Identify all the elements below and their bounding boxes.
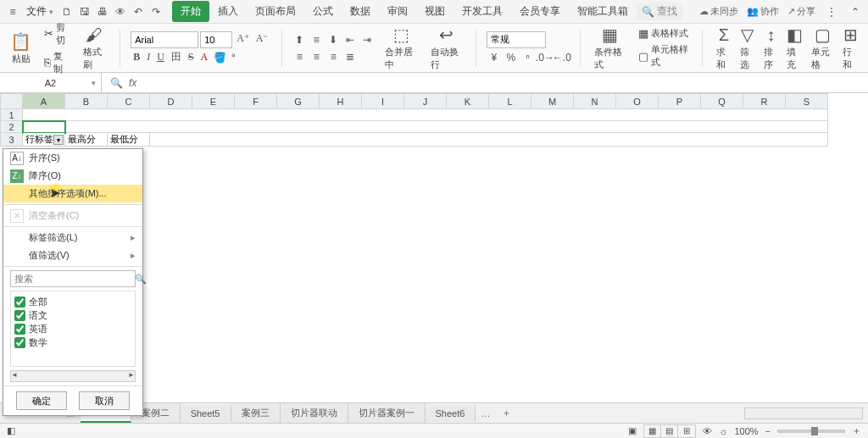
tab-dev[interactable]: 开发工具 bbox=[453, 1, 511, 22]
view-break-icon[interactable]: ⊞ bbox=[678, 425, 695, 437]
justify-icon[interactable]: ≣ bbox=[342, 49, 358, 64]
underline-icon[interactable]: U bbox=[154, 50, 167, 65]
col-header-l[interactable]: L bbox=[489, 94, 531, 109]
save-icon[interactable]: 🖫 bbox=[77, 4, 92, 19]
increase-font-icon[interactable]: A⁺ bbox=[234, 31, 252, 47]
fill-color-icon[interactable]: 🪣 bbox=[212, 50, 227, 65]
copy-button[interactable]: ⎘复制 bbox=[42, 49, 73, 76]
cell-style-button[interactable]: ▢单元格样式 bbox=[636, 42, 692, 69]
filter-search[interactable]: 🔍 bbox=[10, 270, 136, 287]
col-header-d[interactable]: D bbox=[150, 94, 192, 109]
expand-icon[interactable]: ⌃ bbox=[848, 4, 863, 19]
sheet-hscroll[interactable] bbox=[744, 408, 863, 419]
comma-icon[interactable]: ⁿ bbox=[520, 50, 536, 65]
filter-check-all[interactable]: 全部 bbox=[14, 295, 131, 308]
col-header-c[interactable]: C bbox=[108, 94, 150, 109]
cell-b3[interactable]: 最高分 bbox=[65, 133, 108, 147]
view-normal-icon[interactable]: ▦ bbox=[644, 425, 661, 437]
more-icon[interactable]: ⋮ bbox=[824, 4, 839, 19]
cell-a2[interactable] bbox=[23, 121, 65, 133]
new-icon[interactable]: 🗋 bbox=[59, 4, 75, 19]
col-header-e[interactable]: E bbox=[192, 94, 235, 109]
focus-icon[interactable]: ☼ bbox=[719, 426, 727, 436]
filter-hscroll[interactable] bbox=[10, 370, 136, 382]
font-name-input[interactable] bbox=[131, 31, 198, 48]
sheet-tab-5[interactable]: 切片器案例一 bbox=[348, 403, 426, 423]
col-header-a[interactable]: A bbox=[23, 94, 65, 109]
cell-c3[interactable]: 最低分 bbox=[108, 133, 150, 147]
col-header-i[interactable]: I bbox=[362, 94, 404, 109]
fill-button[interactable]: ◧填充 bbox=[783, 23, 806, 73]
filter-ok-button[interactable]: 确定 bbox=[16, 391, 67, 410]
preview-icon[interactable]: 👁 bbox=[113, 4, 128, 19]
tab-member[interactable]: 会员专享 bbox=[511, 1, 569, 22]
merge-button[interactable]: ⬚合并居中 bbox=[381, 23, 420, 73]
col-header-o[interactable]: O bbox=[616, 94, 659, 109]
filter-search-input[interactable] bbox=[14, 274, 131, 284]
decrease-font-icon[interactable]: A⁻ bbox=[253, 31, 271, 47]
col-header-j[interactable]: J bbox=[404, 94, 447, 109]
indent-inc-icon[interactable]: ⇥ bbox=[359, 32, 375, 47]
currency-icon[interactable]: ¥ bbox=[487, 50, 502, 65]
spreadsheet[interactable]: A B C D E F G H I J K L M N O P Q R S 1 … bbox=[0, 93, 828, 147]
select-all-corner[interactable] bbox=[1, 94, 23, 109]
cond-format-button[interactable]: ▦条件格式 bbox=[591, 23, 629, 73]
sum-button[interactable]: Σ求和 bbox=[713, 24, 735, 73]
tab-layout[interactable]: 页面布局 bbox=[247, 1, 304, 22]
col-header-p[interactable]: P bbox=[659, 94, 701, 109]
zoom-in-icon[interactable]: ＋ bbox=[852, 424, 861, 437]
table-style-button[interactable]: ▦表格样式 bbox=[636, 26, 691, 41]
fx-icon[interactable]: fx bbox=[129, 77, 136, 89]
phonetic-icon[interactable]: ᵃ bbox=[229, 50, 238, 65]
align-bot-icon[interactable]: ⬇ bbox=[326, 32, 341, 47]
rowcol-button[interactable]: ⊞行和 bbox=[839, 23, 861, 73]
number-format-select[interactable] bbox=[487, 31, 546, 48]
strike-icon[interactable]: S bbox=[186, 50, 197, 65]
undo-icon[interactable]: ↶ bbox=[131, 4, 146, 19]
filter-check-2[interactable]: 数学 bbox=[14, 335, 131, 349]
col-header-s[interactable]: S bbox=[786, 94, 828, 109]
col-header-g[interactable]: G bbox=[277, 94, 320, 109]
col-header-m[interactable]: M bbox=[531, 94, 574, 109]
row-header-3[interactable]: 3 bbox=[1, 133, 23, 147]
indent-dec-icon[interactable]: ⇤ bbox=[342, 32, 358, 47]
sheet-add-button[interactable]: ＋ bbox=[495, 407, 518, 419]
label-filter-item[interactable]: 标签筛选(L) ▸ bbox=[3, 229, 142, 247]
formula-area[interactable]: 🔍 fx bbox=[102, 75, 868, 91]
align-mid-icon[interactable]: ≡ bbox=[309, 32, 324, 47]
sync-status[interactable]: ☁ 未同步 bbox=[699, 5, 738, 18]
bold-icon[interactable]: B bbox=[131, 50, 142, 65]
menu-icon[interactable]: ≡ bbox=[5, 4, 20, 19]
format-painter-button[interactable]: 🖌格式刷 bbox=[80, 24, 110, 73]
tab-view[interactable]: 视图 bbox=[416, 1, 453, 22]
cell-button[interactable]: ▢单元格 bbox=[808, 23, 837, 73]
share-button[interactable]: ↗ 分享 bbox=[787, 5, 815, 18]
tab-review[interactable]: 审阅 bbox=[379, 1, 416, 22]
col-header-n[interactable]: N bbox=[574, 94, 616, 109]
col-header-b[interactable]: B bbox=[65, 94, 108, 109]
col-header-f[interactable]: F bbox=[235, 94, 277, 109]
more-sort-item[interactable]: 其他排序选项(M)... bbox=[3, 185, 142, 202]
status-menu-icon[interactable]: ◧ bbox=[7, 425, 15, 436]
border-icon[interactable]: 田 bbox=[169, 50, 184, 65]
collab-button[interactable]: 👥 协作 bbox=[747, 5, 779, 18]
wrap-button[interactable]: ↩自动换行 bbox=[427, 23, 465, 73]
tab-data[interactable]: 数据 bbox=[342, 1, 379, 22]
tab-smart[interactable]: 智能工具箱 bbox=[569, 1, 637, 22]
font-size-input[interactable] bbox=[200, 31, 232, 48]
dec-dec-icon[interactable]: ←.0 bbox=[554, 50, 570, 65]
file-menu[interactable]: 文件▾ bbox=[23, 3, 57, 20]
paste-button[interactable]: 📋粘贴 bbox=[7, 30, 35, 67]
zoom-out-icon[interactable]: − bbox=[765, 426, 771, 436]
cell-a3[interactable]: 行标签 ▾ bbox=[23, 133, 65, 147]
align-top-icon[interactable]: ⬆ bbox=[292, 32, 307, 47]
sheet-tab-2[interactable]: Sheet5 bbox=[181, 405, 231, 422]
sheet-more-right[interactable]: … bbox=[476, 408, 495, 419]
filter-dropdown-icon[interactable]: ▾ bbox=[53, 135, 64, 145]
col-header-r[interactable]: R bbox=[743, 94, 786, 109]
italic-icon[interactable]: I bbox=[144, 50, 153, 65]
sheet-tab-6[interactable]: Sheet6 bbox=[426, 405, 476, 422]
sort-desc-item[interactable]: Z↓ 降序(O) bbox=[3, 167, 142, 185]
tab-insert[interactable]: 插入 bbox=[209, 1, 247, 22]
font-color-icon[interactable]: A bbox=[198, 50, 211, 65]
